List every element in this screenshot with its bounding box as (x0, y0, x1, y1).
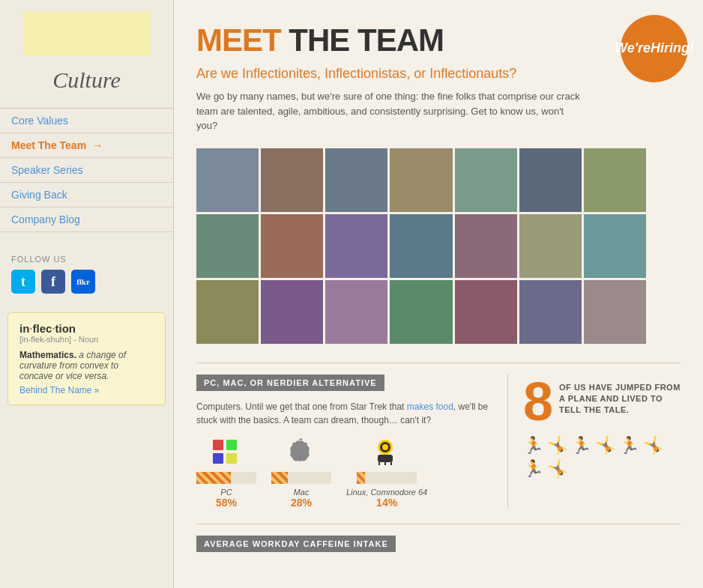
bar-pct-1: 28% (291, 497, 312, 509)
sidebar-item-meet-the-team[interactable]: Meet The Team → (0, 133, 173, 158)
stats-right: 8 OF US HAVE JUMPED FROM A PLANE AND LIV… (508, 375, 681, 509)
twitter-icon[interactable]: t (11, 270, 35, 294)
figure-8: 🤸 (547, 459, 567, 479)
figure-6: 🤸 (643, 436, 663, 455)
follow-icons: t f flkr (11, 270, 162, 294)
description: We go by many names, but we're sure of o… (196, 89, 586, 133)
photo-11[interactable] (390, 214, 452, 278)
bar-track-2 (357, 472, 417, 484)
photo-20[interactable] (519, 280, 582, 344)
skydive-number: 8 (523, 375, 553, 428)
bar-charts: PC 58% Mac 28% Linux, Commodore 64 14% (196, 438, 492, 509)
svg-point-6 (382, 444, 388, 450)
photo-12[interactable] (455, 214, 517, 278)
hiring-badge[interactable]: We're Hiring! (621, 15, 688, 82)
bar-icon-1 (286, 438, 316, 468)
bar-label-2: Linux, Commodore 64 (346, 488, 427, 497)
follow-label: FOLLOW US (11, 255, 162, 264)
svg-rect-0 (213, 440, 223, 450)
skydive-text: OF US HAVE JUMPED FROM A PLANE AND LIVED… (559, 375, 681, 416)
makes-food-link[interactable]: makes food (407, 401, 453, 412)
sidebar-item-company-blog[interactable]: Company Blog (0, 207, 173, 232)
behind-the-name-link[interactable]: Behind The Name » (19, 385, 154, 395)
sidebar-item-giving-back[interactable]: Giving Back (0, 183, 173, 207)
bar-icon-0 (211, 438, 241, 468)
page-title: MEET THE TEAM (196, 22, 681, 58)
photo-6[interactable] (519, 148, 582, 212)
figure-1: 🏃 (523, 436, 543, 455)
figure-2: 🤸 (547, 436, 567, 455)
stats-left: PC, MAC, OR NERDIER ALTERNATIVE Computer… (196, 375, 508, 509)
photo-1[interactable] (196, 148, 259, 212)
bar-icon-2 (372, 438, 402, 468)
stats-row: PC, MAC, OR NERDIER ALTERNATIVE Computer… (196, 363, 681, 509)
photo-14[interactable] (584, 214, 646, 278)
subtitle: Are we Inflectionites, Inflectionistas, … (196, 66, 681, 82)
photo-21[interactable] (584, 280, 646, 344)
bar-label-0: PC (220, 488, 232, 497)
sidebar: Culture Core Values Meet The Team → Spea… (0, 0, 174, 588)
bar-label-1: Mac (294, 488, 310, 497)
figure-4: 🤸 (595, 436, 615, 455)
photo-9[interactable] (261, 214, 323, 278)
photo-17[interactable] (325, 280, 387, 344)
figure-5: 🏃 (619, 436, 639, 455)
photo-2[interactable] (261, 148, 323, 212)
bar-pct-0: 58% (216, 497, 237, 509)
photo-5[interactable] (455, 148, 517, 212)
pc-mac-header: PC, MAC, OR NERDIER ALTERNATIVE (196, 375, 384, 391)
photo-grid (196, 148, 646, 344)
figure-7: 🏃 (523, 459, 543, 479)
culture-label: Culture (0, 56, 173, 100)
bar-item-0: PC 58% (196, 438, 256, 509)
bar-track-1 (271, 472, 331, 484)
main-content: We're Hiring! MEET THE TEAM Are we Infle… (174, 0, 703, 588)
photo-10[interactable] (325, 214, 387, 278)
figure-3: 🏃 (571, 436, 591, 455)
svg-rect-7 (378, 455, 393, 462)
photo-4[interactable] (390, 148, 452, 212)
def-phonetic: [in-flek-shuhn] - Noun (19, 335, 154, 344)
photo-7[interactable] (584, 148, 646, 212)
follow-section: FOLLOW US t f flkr (0, 240, 173, 301)
bar-pct-2: 14% (376, 497, 397, 509)
photo-13[interactable] (519, 214, 582, 278)
bar-track-0 (196, 472, 256, 484)
photo-18[interactable] (390, 280, 452, 344)
sidebar-item-speaker-series[interactable]: Speaker Series (0, 158, 173, 183)
svg-rect-3 (226, 453, 237, 464)
sidebar-item-core-values[interactable]: Core Values (0, 109, 173, 133)
pc-mac-text: Computers. Until we get that one from St… (196, 400, 492, 427)
flickr-icon[interactable]: flkr (71, 270, 95, 294)
def-word: in·flec·tion (19, 322, 154, 335)
photo-8[interactable] (196, 214, 259, 278)
svg-rect-1 (226, 440, 237, 450)
photo-19[interactable] (455, 280, 517, 344)
sticky-note (23, 11, 151, 56)
arrow-icon: → (92, 139, 103, 151)
second-stats: AVERAGE WORKDAY CAFFEINE INTAKE (196, 524, 681, 561)
bar-item-2: Linux, Commodore 64 14% (346, 438, 427, 509)
caffeine-header: AVERAGE WORKDAY CAFFEINE INTAKE (196, 536, 396, 552)
definition-box: in·flec·tion [in-flek-shuhn] - Noun Math… (7, 312, 166, 405)
def-text: Mathematics. a change of curvature from … (19, 350, 154, 381)
facebook-icon[interactable]: f (41, 270, 65, 294)
photo-3[interactable] (325, 148, 387, 212)
photo-15[interactable] (196, 280, 259, 344)
photo-16[interactable] (261, 280, 323, 344)
bar-item-1: Mac 28% (271, 438, 331, 509)
sidebar-nav: Core Values Meet The Team → Speaker Seri… (0, 108, 173, 232)
svg-rect-2 (213, 453, 223, 464)
skydive-figures: 🏃 🤸 🏃 🤸 🏃 🤸 🏃 🤸 (523, 436, 681, 479)
